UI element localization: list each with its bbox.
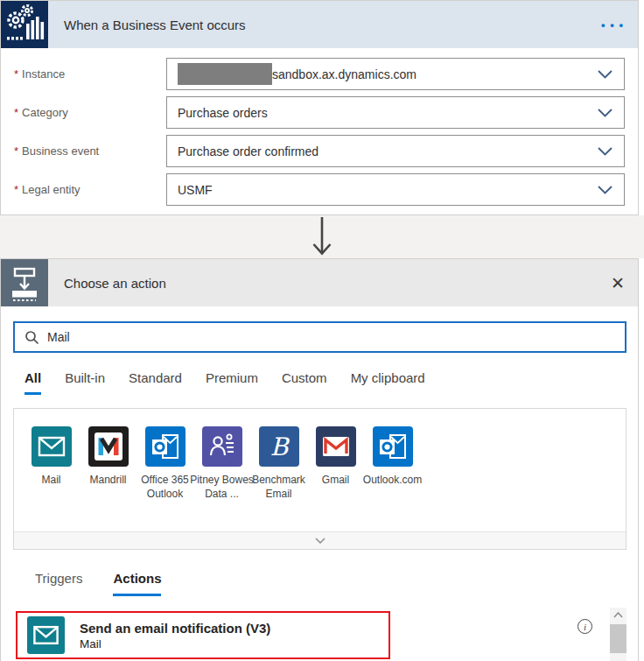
office365-outlook-icon bbox=[145, 426, 186, 467]
more-menu-button[interactable]: • • • bbox=[601, 18, 624, 32]
field-row-legal-entity: * Legal entity USMF bbox=[1, 173, 638, 206]
instance-label: * Instance bbox=[14, 58, 65, 90]
action-item-title: Send an email notification (V3) bbox=[80, 620, 270, 636]
required-marker: * bbox=[14, 67, 18, 81]
category-value: Purchase orders bbox=[178, 106, 268, 120]
required-marker: * bbox=[14, 144, 18, 158]
legal-entity-label: * Legal entity bbox=[14, 173, 80, 206]
instance-dropdown[interactable]: sandbox.ax.dynamics.com bbox=[166, 58, 625, 90]
chevron-down-icon bbox=[315, 538, 326, 544]
connector-gmail[interactable]: Gmail bbox=[307, 426, 364, 501]
tab-my-clipboard[interactable]: My clipboard bbox=[351, 370, 425, 395]
trigger-action-tabs: Triggers Actions bbox=[35, 571, 161, 596]
connector-pitney-bowes[interactable]: Pitney Bowes Data ... bbox=[193, 426, 250, 501]
field-row-business-event: * Business event Purchase order confirme… bbox=[1, 135, 638, 167]
info-icon[interactable]: i bbox=[578, 619, 592, 634]
pitney-bowes-icon bbox=[202, 426, 242, 467]
business-event-dropdown[interactable]: Purchase order confirmed bbox=[166, 135, 625, 167]
close-icon[interactable]: ✕ bbox=[611, 275, 625, 292]
trigger-title: When a Business Event occurs bbox=[64, 18, 246, 32]
chevron-down-icon bbox=[598, 109, 612, 117]
required-marker: * bbox=[14, 183, 18, 196]
field-row-category: * Category Purchase orders bbox=[1, 96, 638, 129]
tab-built-in[interactable]: Built-in bbox=[65, 370, 105, 395]
svg-text:B: B bbox=[270, 432, 290, 461]
tab-custom[interactable]: Custom bbox=[282, 370, 327, 395]
connector-grid: Mail Mandrill bbox=[14, 409, 626, 501]
flow-designer-canvas: When a Business Event occurs • • • * Ins… bbox=[0, 0, 644, 661]
choose-action-panel: Choose an action ✕ All Built-in Standard… bbox=[0, 258, 639, 661]
connector-benchmark-email[interactable]: B Benchmark Email bbox=[250, 426, 307, 501]
required-marker: * bbox=[14, 106, 18, 119]
choose-action-title: Choose an action bbox=[64, 276, 166, 291]
tab-standard[interactable]: Standard bbox=[129, 370, 182, 395]
redacted-block bbox=[178, 63, 272, 85]
chevron-down-icon bbox=[598, 186, 612, 194]
legal-entity-value: USMF bbox=[178, 183, 213, 197]
flow-connector-zone bbox=[0, 215, 644, 258]
legal-entity-dropdown[interactable]: USMF bbox=[166, 173, 625, 206]
outlook-com-icon bbox=[373, 426, 413, 467]
instance-value: sandbox.ax.dynamics.com bbox=[272, 67, 416, 81]
connector-outlook-com[interactable]: Outlook.com bbox=[364, 426, 421, 501]
benchmark-email-icon: B bbox=[259, 426, 299, 467]
down-arrow-icon bbox=[309, 217, 335, 257]
category-label: * Category bbox=[14, 96, 68, 129]
action-item-send-email-notification[interactable]: Send an email notification (V3) Mail bbox=[16, 611, 390, 659]
tab-all[interactable]: All bbox=[24, 370, 41, 395]
scrollbar-thumb[interactable] bbox=[610, 624, 626, 653]
search-icon bbox=[24, 330, 39, 345]
search-input[interactable] bbox=[47, 330, 625, 344]
field-row-instance: * Instance sandbox.ax.dynamics.com bbox=[1, 58, 638, 90]
action-item-subtitle: Mail bbox=[80, 636, 270, 651]
business-event-value: Purchase order confirmed bbox=[178, 144, 318, 158]
action-step-icon bbox=[1, 259, 48, 306]
mail-icon bbox=[27, 616, 65, 654]
action-search-box bbox=[13, 321, 626, 353]
tab-actions[interactable]: Actions bbox=[113, 571, 161, 596]
mail-icon bbox=[32, 426, 72, 467]
scrollbar[interactable] bbox=[610, 608, 626, 661]
connector-results-box: Mail Mandrill bbox=[13, 408, 626, 550]
business-event-icon bbox=[1, 1, 48, 48]
connector-mail[interactable]: Mail bbox=[23, 426, 80, 501]
trigger-card-header[interactable]: When a Business Event occurs • • • bbox=[1, 1, 638, 48]
choose-action-header: Choose an action ✕ bbox=[1, 259, 638, 306]
chevron-down-icon bbox=[598, 70, 612, 79]
tab-triggers[interactable]: Triggers bbox=[35, 571, 82, 596]
connector-mandrill[interactable]: Mandrill bbox=[80, 426, 136, 501]
connector-office365-outlook[interactable]: Office 365 Outlook bbox=[136, 426, 193, 501]
category-dropdown[interactable]: Purchase orders bbox=[166, 96, 625, 129]
gmail-icon bbox=[316, 426, 356, 467]
chevron-down-icon bbox=[598, 147, 612, 156]
scroll-up-button[interactable] bbox=[610, 608, 626, 622]
mandrill-icon bbox=[88, 426, 129, 467]
business-event-label: * Business event bbox=[14, 135, 99, 167]
tab-premium[interactable]: Premium bbox=[206, 370, 258, 395]
connector-category-tabs: All Built-in Standard Premium Custom My … bbox=[24, 370, 425, 395]
chevron-up-icon bbox=[613, 612, 623, 618]
expand-connectors-button[interactable] bbox=[14, 531, 626, 549]
trigger-card: When a Business Event occurs • • • * Ins… bbox=[0, 0, 639, 215]
